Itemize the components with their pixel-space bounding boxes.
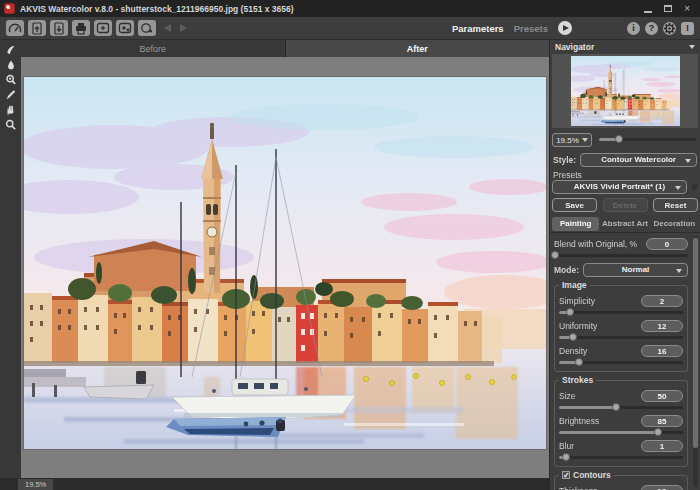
open-image-button[interactable]	[28, 20, 46, 36]
uniformity-value[interactable]: 12	[641, 320, 683, 332]
panel-scrollbar[interactable]	[693, 236, 698, 487]
blur-label: Blur	[559, 441, 574, 451]
run-icon[interactable]	[558, 21, 572, 35]
tab-decoration[interactable]: Decoration	[651, 217, 698, 231]
parameter-tabs: Painting Abstract Art Decoration	[552, 216, 698, 231]
statusbar-zoom-value: 19.5%	[18, 479, 53, 490]
watercolor-painting	[24, 77, 546, 449]
simplicity-slider[interactable]	[559, 308, 683, 317]
tab-before[interactable]: Before	[21, 40, 286, 57]
blend-slider[interactable]	[554, 251, 688, 260]
redo-icon[interactable]	[176, 21, 190, 35]
zoom-slider[interactable]	[599, 135, 696, 144]
feedback-icon[interactable]: !	[681, 22, 694, 35]
density-label: Density	[559, 346, 587, 356]
zoom-dropdown[interactable]: 19.5%	[552, 133, 592, 147]
tool-panel	[0, 40, 21, 478]
share-button[interactable]	[138, 20, 156, 36]
chevron-down-icon	[582, 138, 588, 142]
zoom-value: 19.5%	[556, 136, 579, 145]
strokes-group-title: Strokes	[559, 375, 596, 385]
delete-preset-button: Delete	[603, 198, 648, 212]
image-group-title: Image	[559, 280, 590, 290]
blur-drop-tool-icon[interactable]	[3, 59, 18, 70]
mode-value: Normal	[622, 265, 650, 274]
presets-mode-button[interactable]: Presets	[514, 23, 548, 34]
hand-tool-icon[interactable]	[3, 104, 18, 115]
titlebar: AKVIS Watercolor v.8.0 - shutterstock_12…	[0, 0, 700, 17]
result-image[interactable]	[24, 77, 546, 449]
style-dropdown[interactable]: Contour Watercolor	[580, 153, 697, 167]
navigator-painting	[571, 56, 680, 126]
simplicity-value[interactable]: 2	[641, 295, 683, 307]
contours-group-title: Contours	[573, 470, 611, 480]
style-value: Contour Watercolor	[601, 155, 676, 164]
navigator-frame	[552, 54, 698, 128]
image-canvas[interactable]	[21, 57, 549, 478]
settings-panel: Navigator 19.5% Style: Contour Watercolo…	[549, 40, 700, 490]
density-slider[interactable]	[559, 358, 683, 367]
chevron-down-icon	[676, 269, 682, 273]
uniformity-label: Uniformity	[559, 321, 597, 331]
size-value[interactable]: 50	[641, 390, 683, 402]
app-icon	[4, 3, 15, 14]
blur-value[interactable]: 1	[641, 440, 683, 452]
preset-dropdown[interactable]: AKVIS Vivid Portrait* (1)	[552, 180, 687, 194]
save-image-button[interactable]	[50, 20, 68, 36]
history-brush-tool-icon[interactable]	[3, 74, 18, 85]
window-title: AKVIS Watercolor v.8.0 - shutterstock_12…	[20, 4, 294, 14]
undo-icon[interactable]	[160, 21, 174, 35]
image-group: Image Simplicity 2 Uniformity 12 Density	[554, 285, 688, 372]
maximize-icon[interactable]	[664, 5, 672, 12]
contours-checkbox[interactable]: ✓	[562, 471, 570, 479]
navigator-thumbnail[interactable]	[571, 56, 680, 126]
quick-stroke-brush-icon[interactable]	[3, 44, 18, 55]
density-value[interactable]: 16	[641, 345, 683, 357]
tab-abstract-art[interactable]: Abstract Art	[601, 217, 648, 231]
tab-painting[interactable]: Painting	[552, 217, 599, 231]
presets-row: AKVIS Vivid Portrait* (1) ♥	[552, 179, 698, 194]
chevron-down-icon	[685, 159, 691, 163]
navigator-collapse-icon[interactable]	[689, 45, 695, 49]
parameters-mode-button[interactable]: Parameters	[452, 23, 504, 34]
statusbar: 19.5%	[0, 478, 549, 490]
minimize-icon[interactable]	[644, 11, 652, 13]
preferences-gear-icon[interactable]	[663, 22, 676, 35]
parameters-area: Blend with Original, % 0 Mode: Normal Im…	[550, 232, 700, 490]
uniformity-slider[interactable]	[559, 333, 683, 342]
favorite-heart-icon[interactable]: ♥	[691, 181, 698, 193]
style-label: Style:	[553, 155, 576, 165]
zoom-tool-icon[interactable]	[3, 119, 18, 130]
help-icon[interactable]: ?	[645, 22, 658, 35]
strokes-group: Strokes Size 50 Brightness 85 Blur 1	[554, 380, 688, 467]
about-icon[interactable]: i	[627, 22, 640, 35]
brightness-label: Brightness	[559, 416, 599, 426]
preset-value: AKVIS Vivid Portrait* (1)	[574, 182, 665, 191]
import-presets-button[interactable]	[94, 20, 112, 36]
size-label: Size	[559, 391, 576, 401]
akvis-watercolor-window: AKVIS Watercolor v.8.0 - shutterstock_12…	[0, 0, 700, 490]
thickness-value[interactable]: 19	[641, 485, 683, 490]
blur-slider[interactable]	[559, 453, 683, 462]
preset-buttons: Save Delete Reset	[552, 198, 698, 213]
print-button[interactable]	[72, 20, 90, 36]
thickness-label: Thickness	[559, 486, 597, 490]
close-icon[interactable]: ×	[684, 4, 690, 14]
blend-label: Blend with Original, %	[554, 239, 637, 249]
brightness-value[interactable]: 85	[641, 415, 683, 427]
export-presets-button[interactable]	[116, 20, 134, 36]
navigator-header[interactable]: Navigator	[550, 40, 700, 54]
workspace-gauge-button[interactable]	[6, 20, 24, 36]
brightness-slider[interactable]	[559, 428, 683, 437]
save-preset-button[interactable]: Save	[552, 198, 597, 212]
paintbrush-tool-icon[interactable]	[3, 89, 18, 100]
tab-after[interactable]: After	[286, 40, 550, 57]
blend-value[interactable]: 0	[646, 238, 688, 250]
reset-preset-button[interactable]: Reset	[653, 198, 698, 212]
size-slider[interactable]	[559, 403, 683, 412]
contours-group: ✓ Contours Thickness 19 Sensitivity 7	[554, 475, 688, 490]
scrollbar-thumb[interactable]	[693, 238, 698, 448]
mode-dropdown[interactable]: Normal	[583, 263, 688, 277]
navigator-title: Navigator	[555, 42, 594, 52]
mode-label: Mode:	[554, 265, 579, 275]
